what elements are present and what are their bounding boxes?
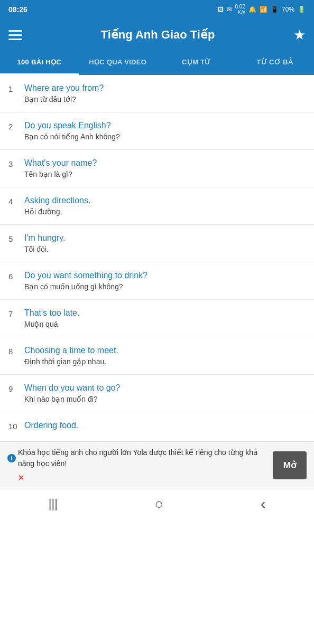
battery-icon: 🔋	[298, 6, 306, 13]
lesson-content: That's too late. Muộn quá.	[24, 308, 306, 328]
lesson-number: 9	[8, 383, 24, 393]
lesson-item[interactable]: 1 Where are you from? Bạn từ đâu tới?	[0, 75, 314, 112]
lesson-title: Choosing a time to meet.	[24, 346, 306, 355]
lesson-item[interactable]: 8 Choosing a time to meet. Định thời gia…	[0, 337, 314, 375]
lesson-title: Asking directions.	[24, 196, 306, 205]
lesson-content: When do you want to go? Khi nào bạn muốn…	[24, 383, 306, 403]
data-speed: 0.02K/s	[235, 4, 245, 15]
lesson-title: Where are you from?	[24, 83, 306, 93]
lesson-item[interactable]: 7 That's too late. Muộn quá.	[0, 300, 314, 337]
lesson-number: 10	[8, 421, 24, 431]
nav-home-button[interactable]: ○	[144, 491, 174, 517]
tab-100-bai-hoc[interactable]: 100 BÀI HỌC	[0, 51, 79, 75]
lesson-content: Do you speak English? Bạn có nói tiếng A…	[24, 121, 306, 141]
lesson-number: 2	[8, 121, 24, 131]
lesson-content: Do you want something to drink? Bạn có m…	[24, 271, 306, 291]
ad-info-icon: i	[7, 454, 16, 462]
ad-open-button[interactable]: Mở	[273, 451, 307, 479]
mail-icon: ✉	[227, 6, 232, 13]
lesson-subtitle: Muộn quá.	[24, 320, 306, 328]
alarm-icon: 🔔	[248, 6, 256, 13]
tab-bar: 100 BÀI HỌC HỌC QUA VIDEO CỤM TỪ TỪ CƠ B…	[0, 51, 314, 75]
ad-banner: i Khóa học tiếng anh cho người lớn Yola …	[0, 441, 314, 489]
lesson-content: Choosing a time to meet. Định thời gian …	[24, 346, 306, 366]
lesson-subtitle: Bạn có nói tiếng Anh không?	[24, 132, 306, 141]
lesson-title: What's your name?	[24, 158, 306, 168]
lesson-subtitle: Định thời gian gặp nhau.	[24, 357, 306, 366]
lesson-item[interactable]: 10 Ordering food.	[0, 412, 314, 441]
lesson-content: Ordering food.	[24, 421, 306, 432]
tab-tu-co-ban[interactable]: TỪ CƠ BẢ	[236, 51, 315, 75]
lesson-subtitle: Bạn có muốn uống gì không?	[24, 282, 306, 291]
tab-hoc-qua-video[interactable]: HỌC QUA VIDEO	[79, 51, 158, 75]
status-time: 08:26	[8, 5, 27, 14]
lesson-subtitle: Hỏi đường.	[24, 207, 306, 216]
bottom-nav: ||| ○ ‹	[0, 489, 314, 518]
app-title: Tiếng Anh Giao Tiếp	[22, 28, 293, 42]
lesson-content: What's your name? Tên bạn là gì?	[24, 158, 306, 178]
lesson-title: Do you want something to drink?	[24, 271, 306, 280]
lesson-title: When do you want to go?	[24, 383, 306, 393]
lesson-item[interactable]: 9 When do you want to go? Khi nào bạn mu…	[0, 375, 314, 412]
nav-back-button[interactable]: ‹	[250, 491, 276, 517]
favorite-button[interactable]: ★	[293, 27, 306, 43]
ad-text: Khóa học tiếng anh cho người lớn Yola đư…	[18, 447, 266, 469]
status-bar: 08:26 🖼 ✉ 0.02K/s 🔔 📶 📱 70% 🔋	[0, 0, 314, 19]
status-icons: 🖼 ✉ 0.02K/s 🔔 📶 📱 70% 🔋	[217, 4, 306, 15]
ad-close-button[interactable]: ✕	[18, 473, 24, 482]
lesson-title: Ordering food.	[24, 421, 306, 430]
lesson-subtitle: Bạn từ đâu tới?	[24, 95, 306, 103]
lesson-number: 4	[8, 196, 24, 206]
lesson-item[interactable]: 5 I'm hungry. Tôi đói.	[0, 225, 314, 262]
lesson-number: 3	[8, 158, 24, 168]
lesson-title: Do you speak English?	[24, 121, 306, 130]
battery-status: 70%	[282, 6, 294, 13]
ad-text-area: i Khóa học tiếng anh cho người lớn Yola …	[7, 447, 266, 484]
app-bar: Tiếng Anh Giao Tiếp ★	[0, 19, 314, 51]
lesson-subtitle: Tên bạn là gì?	[24, 170, 306, 178]
nav-menu-button[interactable]: |||	[38, 493, 68, 515]
lesson-item[interactable]: 6 Do you want something to drink? Bạn có…	[0, 262, 314, 300]
lesson-content: Asking directions. Hỏi đường.	[24, 196, 306, 216]
hamburger-button[interactable]	[8, 30, 22, 40]
gallery-icon: 🖼	[217, 6, 224, 13]
lesson-content: Where are you from? Bạn từ đâu tới?	[24, 83, 306, 103]
lesson-content: I'm hungry. Tôi đói.	[24, 233, 306, 253]
lesson-item[interactable]: 3 What's your name? Tên bạn là gì?	[0, 150, 314, 187]
lesson-item[interactable]: 2 Do you speak English? Bạn có nói tiếng…	[0, 112, 314, 150]
lesson-subtitle: Tôi đói.	[24, 245, 306, 253]
lesson-list: 1 Where are you from? Bạn từ đâu tới? 2 …	[0, 75, 314, 441]
lesson-number: 6	[8, 271, 24, 281]
lesson-title: I'm hungry.	[24, 233, 306, 243]
tab-cum-tu[interactable]: CỤM TỪ	[157, 51, 236, 75]
lesson-subtitle: Khi nào bạn muốn đi?	[24, 395, 306, 403]
ad-info-row: i Khóa học tiếng anh cho người lớn Yola …	[7, 447, 266, 469]
lesson-number: 5	[8, 233, 24, 243]
lesson-number: 8	[8, 346, 24, 356]
signal-icon: 📱	[271, 6, 279, 13]
lesson-item[interactable]: 4 Asking directions. Hỏi đường.	[0, 187, 314, 225]
lesson-number: 7	[8, 308, 24, 318]
lesson-title: That's too late.	[24, 308, 306, 318]
lesson-number: 1	[8, 83, 24, 93]
wifi-icon: 📶	[260, 6, 267, 13]
